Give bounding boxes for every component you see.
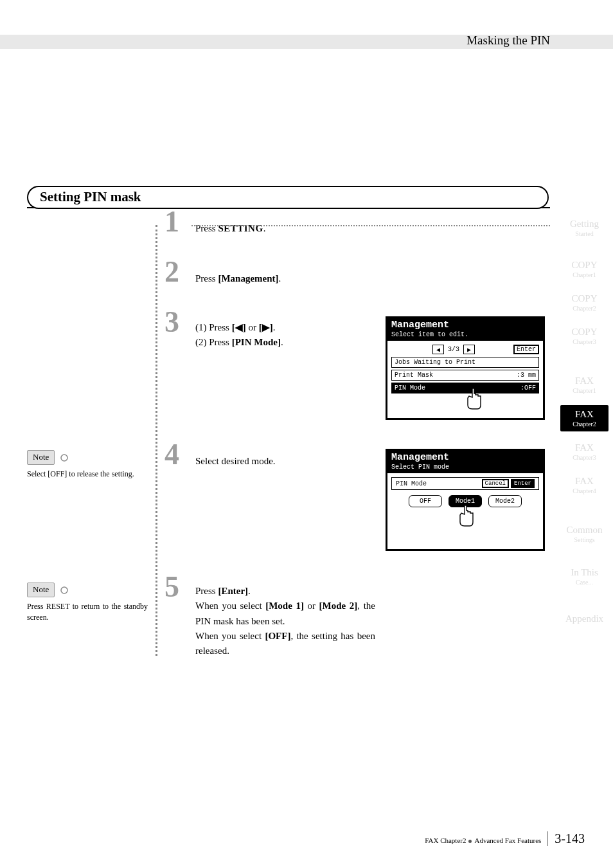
sidebar-tabs: GettingStartedCOPYChapter1COPYChapter2CO… [560,215,609,628]
sidebar-item[interactable]: COPYChapter3 [560,323,609,349]
lcd-subtitle: Select item to edit. [387,331,543,341]
lcd-title: Management [387,451,543,464]
sidebar-item[interactable]: FAXChapter4 [560,472,609,498]
pin-mode-label: PIN Mode [396,480,427,487]
note-tag: Note [27,583,55,597]
section-title: Setting PIN mask [40,189,141,205]
mode-option[interactable]: Mode2 [488,495,522,507]
sidebar-label: COPY [560,260,609,271]
sidebar-item[interactable]: In ThisCase... [560,563,609,590]
note-block: Note Select [OFF] to release the setting… [27,450,148,480]
step-number: 1 [164,204,179,239]
sidebar-sublabel: Started [560,230,609,237]
page-number: 3-143 [547,831,585,846]
sidebar-item[interactable]: CommonSettings [560,521,609,547]
arrow-right-button[interactable]: ▶ [463,345,475,354]
step-text: Press [Enter]. When you select [Mode 1] … [195,581,375,658]
step-number: 4 [164,437,179,471]
enter-button[interactable]: Enter [513,345,539,354]
sidebar-label: Getting [560,219,609,230]
dotted-horizontal [191,225,550,226]
sidebar-label: COPY [560,293,609,304]
sidebar-item[interactable]: Appendix [560,610,609,628]
sidebar-label: Appendix [560,613,609,624]
sidebar-sublabel: Chapter1 [560,387,609,394]
note-tag: Note [27,450,55,465]
sidebar-sublabel: Chapter2 [560,305,609,312]
step-text: (1) Press [◀] or [▶]. (2) Press [PIN Mod… [195,316,382,350]
sidebar-sublabel: Chapter2 [560,420,609,428]
lcd-subtitle: Select PIN mode [387,464,543,473]
sidebar-item[interactable]: FAXChapter2 [560,405,609,431]
section-banner: Setting PIN mask [27,186,549,209]
sidebar-item[interactable]: COPYChapter2 [560,289,609,316]
sidebar-label: COPY [560,327,609,338]
enter-button[interactable]: Enter [511,479,535,488]
note-block: Note Press RESET to return to the standb… [27,583,148,624]
sidebar-item[interactable]: GettingStarted [560,215,609,241]
cancel-button[interactable]: Cancel [482,479,509,488]
mode-option[interactable]: OFF [409,495,442,507]
sidebar-sublabel: Chapter1 [560,271,609,278]
sidebar-item[interactable]: FAXChapter1 [560,372,609,398]
sidebar-sublabel: Chapter4 [560,487,609,494]
sidebar-sublabel: Case... [560,579,609,586]
lcd-title: Management [387,318,543,331]
svg-point-1 [61,587,67,593]
svg-point-0 [61,455,67,461]
lcd-menu-item[interactable]: Print Mask:3 mm [391,370,539,381]
sidebar-label: FAX [560,442,609,453]
step-number: 2 [164,255,179,289]
arrow-left-button[interactable]: ◀ [432,345,444,354]
step-number: 5 [164,570,179,604]
page-indicator: 3/3 [448,346,459,353]
lcd-screen-management: Management Select item to edit. ◀ 3/3 ▶ … [386,316,545,420]
sidebar-sublabel: Chapter3 [560,338,609,345]
pointing-hand-icon [463,387,484,410]
sidebar-label: Common [560,525,609,536]
step-text: Press [Management]. [195,266,382,286]
sidebar-item[interactable]: COPYChapter1 [560,256,609,282]
page-footer: FAX Chapter2Advanced Fax Features 3-143 [425,831,585,846]
sidebar-label: FAX [560,409,609,420]
step-number: 3 [164,305,179,339]
sidebar-label: FAX [560,375,609,386]
page-header: Masking the PIN [466,33,550,48]
sidebar-label: In This [560,567,609,578]
sidebar-label: FAX [560,476,609,487]
lcd-screen-pinmode: Management Select PIN mode PIN Mode Canc… [386,449,545,551]
lcd-menu-item[interactable]: Jobs Waiting to Print [391,357,539,368]
sidebar-item[interactable]: FAXChapter3 [560,439,609,465]
step-text: Select desired mode. [195,449,382,469]
sidebar-sublabel: Settings [560,536,609,543]
pointing-hand-icon [456,504,476,527]
sidebar-sublabel: Chapter3 [560,454,609,461]
